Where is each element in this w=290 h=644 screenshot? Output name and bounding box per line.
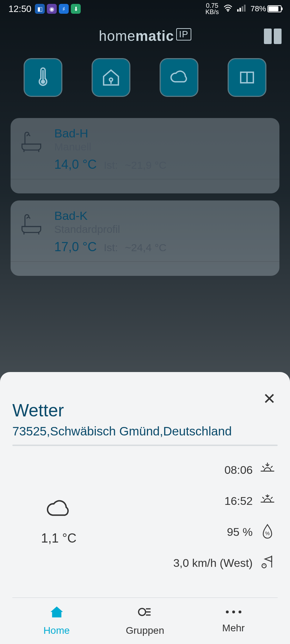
room-actual-temp: ~24,4 °C (125, 242, 166, 254)
room-actual-temp: ~21,9 °C (125, 159, 166, 171)
weather-sheet: ✕ Wetter 73525,Schwäbisch Gmünd,Deutschl… (0, 372, 290, 644)
view-switcher[interactable] (264, 29, 282, 44)
close-button[interactable]: ✕ (263, 390, 276, 408)
category-weather[interactable] (160, 58, 198, 97)
battery-icon (267, 5, 282, 12)
room-mode: Manuell (54, 141, 166, 153)
nav-home[interactable]: Home (12, 598, 101, 644)
notification-icons: ◧ ◉ ♯ ⬇ (35, 4, 81, 14)
clock: 12:50 (8, 4, 31, 14)
divider (11, 179, 279, 179)
network-speed: 0.75 KB/s (205, 2, 219, 15)
nav-label: Home (43, 625, 70, 636)
sunrise-icon (259, 460, 276, 480)
category-security[interactable] (92, 58, 130, 97)
cloud-icon (45, 498, 73, 520)
app-notif-icon: ♯ (59, 4, 69, 14)
svg-rect-3 (242, 6, 243, 12)
category-row (0, 51, 290, 104)
nav-groups[interactable]: Gruppen (101, 598, 189, 644)
app-notif-icon: ◧ (35, 4, 45, 14)
nav-label: Mehr (222, 623, 245, 634)
wind-icon (259, 553, 276, 573)
app-logo: homematic IP (99, 28, 191, 44)
room-set-temp: 17,0 °C (54, 240, 97, 254)
outdoor-temp: 1,1 °C (41, 531, 76, 546)
svg-rect-2 (239, 8, 241, 12)
signal-icon (237, 4, 246, 14)
svg-point-5 (41, 80, 45, 84)
sunset-icon (259, 491, 276, 511)
sheet-location: 73525,Schwäbisch Gmünd,Deutschland (12, 424, 278, 438)
divider (11, 261, 279, 262)
room-actual-label: Ist: (104, 159, 118, 171)
room-set-temp: 14,0 °C (54, 157, 97, 172)
wind-value: 3,0 km/h (West) (173, 557, 253, 570)
app-notif-icon: ⬇ (71, 4, 81, 14)
nav-label: Gruppen (126, 625, 164, 636)
app-notif-icon: ◉ (47, 4, 57, 14)
category-shutter[interactable] (228, 58, 266, 97)
status-bar: 12:50 ◧ ◉ ♯ ⬇ 0.75 KB/s 78% (0, 0, 290, 18)
sunset-time: 16:52 (224, 495, 253, 508)
room-mode: Standardprofil (54, 223, 166, 235)
sheet-title: Wetter (12, 400, 278, 421)
svg-text:%: % (265, 531, 270, 536)
more-icon (226, 604, 241, 620)
room-card[interactable]: Bad-K Standardprofil 17,0 °C Ist: ~24,4 … (11, 200, 279, 276)
app-header: homematic IP (0, 18, 290, 51)
bathtub-icon (19, 129, 44, 154)
category-climate[interactable] (24, 58, 62, 97)
svg-point-6 (109, 78, 112, 81)
room-card[interactable]: Bad-H Manuell 14,0 °C Ist: ~21,9 °C (11, 118, 279, 193)
svg-point-14 (138, 608, 146, 615)
sunrise-time: 08:06 (224, 464, 253, 477)
nav-more[interactable]: Mehr (189, 598, 278, 644)
wifi-icon (223, 4, 233, 14)
svg-point-13 (262, 564, 266, 568)
home-icon (49, 604, 64, 622)
svg-point-0 (228, 11, 228, 11)
bathtub-icon (19, 212, 44, 236)
room-actual-label: Ist: (104, 242, 118, 254)
humidity-value: 95 % (227, 526, 253, 539)
humidity-icon: % (259, 522, 276, 542)
groups-icon (137, 604, 153, 622)
svg-rect-1 (237, 9, 239, 12)
room-name: Bad-K (54, 209, 166, 223)
room-name: Bad-H (54, 126, 166, 140)
bottom-nav: Home Gruppen Mehr (12, 597, 278, 644)
battery-pct: 78% (251, 4, 266, 13)
svg-rect-4 (244, 5, 245, 12)
